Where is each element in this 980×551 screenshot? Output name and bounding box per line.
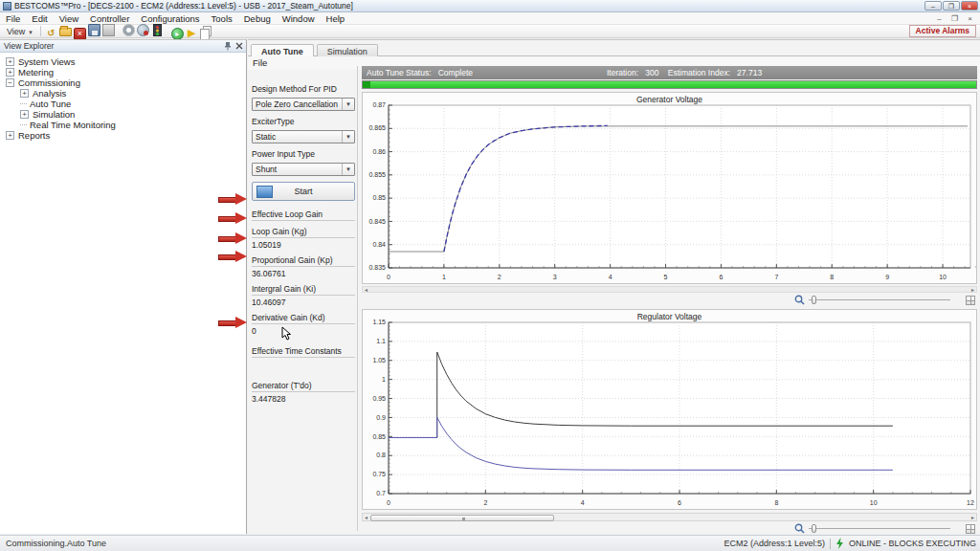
- pin-icon[interactable]: [224, 41, 232, 51]
- menu-debug[interactable]: Debug: [238, 12, 277, 25]
- tree-item-metering[interactable]: +Metering: [2, 67, 246, 77]
- tree-item-simulation[interactable]: +Simulation: [2, 109, 246, 120]
- open-folder-icon[interactable]: [59, 28, 72, 36]
- svg-text:0.85: 0.85: [372, 194, 386, 201]
- tree-item-analysis[interactable]: +Analysis: [2, 88, 246, 99]
- view-explorer-title: View Explorer: [4, 41, 54, 51]
- close-panel-icon[interactable]: [235, 41, 243, 51]
- export-icon[interactable]: [102, 24, 115, 36]
- power-input-label: Power Input Type: [252, 149, 355, 160]
- file-menu[interactable]: File: [248, 57, 267, 68]
- expand-icon[interactable]: +: [6, 131, 14, 140]
- explorer-tree: +System Views+Metering−Commissioning+Ana…: [0, 53, 246, 141]
- statusbar-context: Commissioning.Auto Tune: [6, 539, 106, 548]
- regulator-voltage-chart: 0246810120.70.750.80.850.90.9511.051.11.…: [363, 310, 976, 509]
- expand-icon[interactable]: +: [6, 68, 14, 77]
- svg-text:0.835: 0.835: [368, 264, 386, 271]
- status-value: Complete: [438, 68, 473, 77]
- scroll-left-icon[interactable]: ◂: [365, 287, 368, 293]
- svg-text:9: 9: [885, 274, 889, 280]
- magnifier-icon[interactable]: [794, 523, 805, 534]
- settings-gear-icon[interactable]: [122, 24, 135, 36]
- expand-icon[interactable]: +: [20, 89, 29, 98]
- tree-item-system-views[interactable]: +System Views: [2, 56, 246, 67]
- traffic-light-icon[interactable]: [153, 24, 162, 36]
- power-input-combo[interactable]: Shunt▼: [252, 163, 355, 176]
- menu-help[interactable]: Help: [321, 12, 351, 25]
- exciter-type-label: ExciterType: [252, 117, 355, 127]
- annotation-arrow: [217, 251, 247, 263]
- status-label: Auto Tune Status:: [367, 68, 432, 77]
- zoom-slider-thumb[interactable]: [812, 524, 816, 533]
- copy-icon[interactable]: [203, 26, 212, 36]
- chart2-scrollbar[interactable]: ◂ ▸: [362, 513, 977, 521]
- magnifier-icon[interactable]: [794, 295, 805, 305]
- app-window: BESTCOMS™Pro - [DECS-2100 - ECM2 (Addres…: [0, 0, 980, 551]
- minimize-button[interactable]: –: [924, 1, 942, 11]
- regulator-voltage-panel: Regulator Voltage 0246810120.70.750.80.8…: [362, 309, 977, 510]
- svg-text:5: 5: [664, 274, 668, 280]
- tree-item-auto-tune[interactable]: Auto Tune: [2, 99, 246, 109]
- scrollbar-thumb[interactable]: [370, 515, 554, 521]
- run-yellow-icon[interactable]: ▶: [186, 27, 198, 39]
- gain-field-value: 1.05019: [252, 240, 357, 250]
- close-file-icon[interactable]: ×: [74, 28, 86, 40]
- expand-icon[interactable]: +: [20, 110, 29, 119]
- run-green-icon[interactable]: ▸: [171, 28, 184, 40]
- svg-text:1: 1: [382, 376, 386, 383]
- gain-field-label: Proportional Gain (Kp): [252, 255, 355, 267]
- zoom-slider[interactable]: [809, 295, 950, 305]
- view-dropdown[interactable]: View ▼: [3, 27, 37, 36]
- globe-icon[interactable]: [137, 24, 149, 36]
- close-button[interactable]: ×: [961, 1, 978, 11]
- mdi-window-controls[interactable]: – ❐ ×: [937, 12, 976, 25]
- generator-voltage-panel: Generator Voltage 0123456789100.8350.840…: [362, 92, 977, 284]
- mouse-cursor: [281, 326, 292, 341]
- scroll-right-icon[interactable]: ▸: [971, 287, 974, 293]
- fit-view-icon[interactable]: [966, 296, 975, 305]
- progress-bar: [362, 80, 977, 89]
- gain-field-value: 0: [252, 326, 357, 336]
- exciter-type-combo[interactable]: Static▼: [252, 130, 355, 143]
- iteration-label: Iteration:: [607, 68, 638, 77]
- tree-item-reports[interactable]: +Reports: [2, 130, 246, 141]
- svg-text:10: 10: [870, 499, 878, 506]
- active-alarms-button[interactable]: Active Alarms: [909, 25, 976, 37]
- chevron-down-icon: ▼: [342, 131, 354, 143]
- zoom-slider[interactable]: [809, 523, 950, 534]
- tree-item-commissioning[interactable]: −Commissioning: [2, 77, 246, 88]
- chart1-scrollbar[interactable]: ◂ ▸: [362, 286, 977, 293]
- zoom-slider-thumb[interactable]: [812, 296, 816, 304]
- menu-file[interactable]: File: [0, 12, 26, 25]
- gain-field-value: 36.06761: [252, 269, 357, 278]
- svg-text:0.9: 0.9: [376, 414, 386, 421]
- fit-view-icon[interactable]: [966, 524, 975, 534]
- save-icon[interactable]: [88, 24, 100, 36]
- menu-window[interactable]: Window: [277, 12, 321, 25]
- start-button[interactable]: Start: [252, 182, 355, 201]
- maximize-button[interactable]: ❐: [943, 1, 960, 11]
- window-title: BESTCOMS™Pro - [DECS-2100 - ECM2 (Addres…: [14, 1, 353, 11]
- svg-text:0.865: 0.865: [368, 124, 386, 131]
- svg-text:4: 4: [581, 499, 585, 506]
- collapse-icon[interactable]: −: [6, 78, 14, 87]
- app-icon: [3, 2, 11, 11]
- effective-loop-gain-header: Effective Loop Gain: [252, 209, 355, 221]
- generator-voltage-chart: 0123456789100.8350.840.8450.850.8550.860…: [363, 93, 976, 283]
- tree-item-real-time-monitoring[interactable]: Real Time Monitoring: [2, 120, 246, 130]
- annotation-arrow: [217, 193, 247, 206]
- chevron-down-icon: ▼: [342, 99, 354, 110]
- svg-text:0.845: 0.845: [368, 218, 386, 225]
- design-method-combo[interactable]: Pole Zero Cancellation▼: [252, 98, 355, 111]
- svg-text:3: 3: [553, 274, 557, 280]
- svg-text:0.855: 0.855: [368, 171, 386, 178]
- svg-text:0.8: 0.8: [376, 452, 386, 458]
- scroll-right-icon[interactable]: ▸: [971, 514, 974, 521]
- svg-text:1.15: 1.15: [372, 319, 386, 325]
- undo-icon[interactable]: ↺: [45, 28, 57, 40]
- scroll-left-icon[interactable]: ◂: [365, 514, 368, 521]
- svg-text:8: 8: [830, 274, 834, 280]
- auto-tune-view: Auto TuneSimulation File Design Method F…: [248, 39, 980, 534]
- gain-field-label: Loop Gain (Kg): [252, 227, 355, 238]
- expand-icon[interactable]: +: [6, 57, 14, 66]
